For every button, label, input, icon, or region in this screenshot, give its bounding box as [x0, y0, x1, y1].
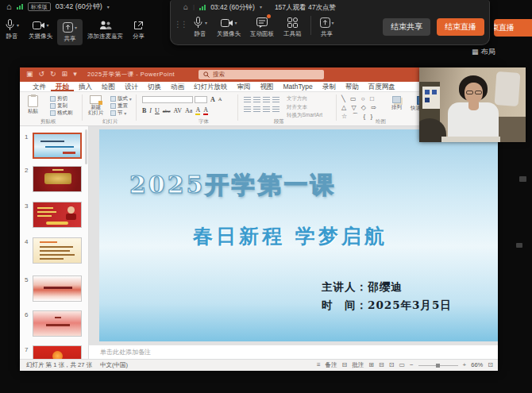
chevron-down-icon[interactable]: ▾ [260, 5, 262, 10]
tab-file[interactable]: 文件 [28, 82, 51, 91]
end-share-button[interactable]: 结束共享 [383, 18, 430, 36]
tab-record[interactable]: 录制 [318, 82, 341, 91]
comments-toggle-icon[interactable]: ⊟ [342, 362, 348, 368]
smartart-button[interactable]: 转换为SmartArt [287, 113, 322, 118]
new-slide-button[interactable]: 新建 幻灯片 [88, 95, 104, 115]
font-size-input[interactable] [195, 96, 207, 103]
normal-view-icon[interactable]: ⊞ [368, 362, 374, 368]
tab-insert[interactable]: 插入 [74, 82, 97, 91]
chevron-down-icon[interactable]: ▾ [107, 5, 110, 10]
webcam-video[interactable] [419, 67, 526, 142]
shrink-font-button[interactable]: A [218, 97, 222, 102]
interaction-panel-button[interactable]: 互动面板 [245, 17, 279, 37]
slide-thumbnail-6[interactable] [33, 310, 82, 337]
italic-button[interactable]: I [149, 108, 152, 114]
thumbnail-scrollbar[interactable] [85, 129, 87, 164]
indent-icon[interactable] [263, 97, 270, 102]
format-painter-button[interactable]: 格式刷 [50, 110, 73, 116]
tab-view[interactable]: 视图 [256, 82, 279, 91]
section-menu[interactable]: 节 ▾ [110, 110, 132, 116]
underline-button[interactable]: U [155, 108, 160, 114]
paste-button[interactable]: 粘贴 [28, 95, 38, 114]
camera-off-button[interactable]: ▾ 关摄像头 [24, 19, 57, 45]
highlight-color-button[interactable]: A [195, 107, 200, 115]
line-spacing-icon[interactable] [272, 106, 279, 112]
reset-button[interactable]: 重置 [110, 103, 132, 109]
arrange-button[interactable]: 排列 [391, 96, 402, 110]
save-icon[interactable]: ▣ [26, 71, 33, 78]
forward-share-button[interactable]: 分享 [128, 19, 149, 45]
mute-button[interactable]: ▾ 静音 [0, 19, 24, 45]
language-indicator[interactable]: 中文(中国) [100, 362, 128, 368]
zoom-slider[interactable] [418, 365, 458, 366]
toolbox-button[interactable]: 工具箱 [279, 17, 306, 37]
tab-review[interactable]: 审阅 [233, 82, 256, 91]
layout-button[interactable]: ▦ 布局 [472, 48, 495, 56]
shapes-gallery[interactable]: ╲ ▭ ○ □ △ ▽ ◇ ⇨ ☆ ⌒ { } [341, 95, 378, 121]
slide-thumbnail-5[interactable] [33, 275, 82, 302]
zoom-out-icon[interactable]: − [410, 362, 414, 368]
mute-button[interactable]: ▾ 静音 [188, 17, 212, 37]
tab-baidu-netdisk[interactable]: 百度网盘 [364, 82, 400, 91]
align-center-icon[interactable] [253, 106, 260, 112]
bold-button[interactable]: B [142, 108, 146, 114]
text-direction-button[interactable]: 文字方向 [287, 96, 322, 102]
slide-thumbnail-1[interactable] [33, 133, 82, 159]
slide-thumbnail-4[interactable] [33, 237, 82, 264]
slideshow-icon[interactable]: ⊞ [62, 71, 68, 78]
current-slide[interactable]: 2025开学第一课 春日新程 学梦启航 主讲人：邵缨迪 时 间：2025年3月5… [99, 129, 498, 341]
align-left-icon[interactable] [244, 106, 251, 112]
slide-thumbnail-3[interactable] [33, 202, 82, 228]
font-color-button[interactable]: A [203, 107, 208, 115]
share-screen-button[interactable]: ▾ 共享 [57, 19, 83, 45]
tab-transitions[interactable]: 切换 [143, 82, 166, 91]
strikethrough-button[interactable]: abc [163, 109, 171, 114]
zoom-level[interactable]: 66% [471, 362, 483, 368]
undo-icon[interactable]: ↺ [39, 71, 45, 78]
tab-slideshow[interactable]: 幻灯片放映 [189, 82, 233, 91]
thumb-number: 6 [25, 312, 28, 318]
numbering-icon[interactable] [253, 97, 260, 102]
home-icon[interactable]: ⌂ [183, 3, 188, 11]
slide-thumbnail-2[interactable] [33, 166, 82, 192]
end-live-button[interactable]: 结束直播 [437, 18, 484, 36]
layout-menu[interactable]: 版式 ▾ [110, 96, 132, 102]
tab-design[interactable]: 设计 [120, 82, 143, 91]
drag-handle[interactable]: ⋮⋮ [174, 21, 187, 29]
zoom-in-icon[interactable]: + [463, 362, 467, 368]
notes-toggle-icon[interactable]: ≡ [317, 362, 321, 368]
bullets-icon[interactable] [244, 97, 251, 102]
slide-sorter-icon[interactable]: ⊟ [379, 362, 384, 368]
change-case-button[interactable]: Aa [185, 108, 192, 114]
edition-badge: 标准版 [28, 2, 51, 11]
share-screen-button[interactable]: ▾ 共享 [315, 17, 339, 37]
char-spacing-button[interactable]: AV [174, 108, 183, 114]
align-right-icon[interactable] [263, 106, 270, 112]
grow-font-button[interactable]: A [210, 97, 215, 103]
tab-draw[interactable]: 绘图 [97, 82, 120, 91]
camera-off-button[interactable]: ▾ 关摄像头 [212, 17, 245, 37]
outdent-icon[interactable] [272, 97, 279, 102]
redo-icon[interactable]: ↻ [50, 71, 56, 78]
comments-toggle[interactable]: 批注 [352, 362, 364, 368]
fit-to-window-icon[interactable]: ⊡ [488, 362, 493, 368]
tab-animations[interactable]: 动画 [166, 82, 189, 91]
end-live-button-underlying[interactable]: 结束直播 [494, 19, 532, 37]
search-input[interactable]: 搜索 [199, 70, 324, 79]
slideshow-view-icon[interactable]: ▭ [399, 362, 405, 368]
notes-pane[interactable]: 单击此处添加备注 [89, 345, 498, 359]
home-icon[interactable]: ⌂ [6, 2, 12, 11]
font-name-input[interactable] [142, 96, 193, 103]
zoom-slider-knob[interactable] [436, 364, 440, 368]
cut-button[interactable]: 剪切 [50, 96, 73, 102]
tab-home[interactable]: 开始 [51, 82, 74, 91]
tab-help[interactable]: 帮助 [341, 82, 364, 91]
qat-customize-icon[interactable]: ▾ [73, 71, 77, 78]
reading-view-icon[interactable]: ⊡ [389, 362, 395, 368]
copy-button[interactable]: 复制 [50, 103, 73, 109]
align-text-button[interactable]: 对齐文本 [287, 105, 322, 110]
tab-mathtype[interactable]: MathType [279, 82, 318, 91]
slide-thumbnail-7[interactable] [33, 345, 82, 359]
add-guest-button[interactable]: 添加连麦嘉宾 [83, 19, 128, 45]
notes-toggle[interactable]: 备注 [326, 362, 337, 368]
